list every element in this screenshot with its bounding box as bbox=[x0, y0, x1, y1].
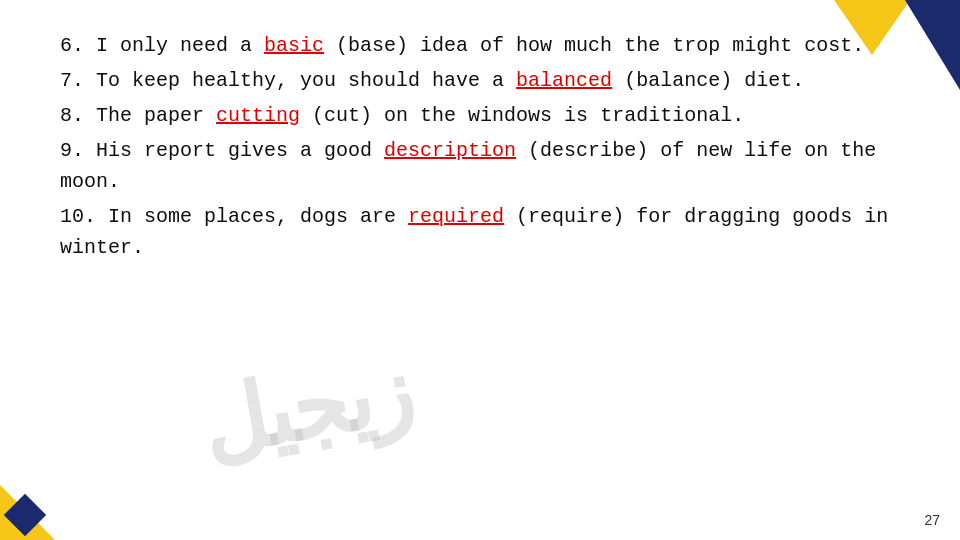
item-6-before: I only need a bbox=[96, 34, 264, 57]
item-6: 6. I only need a basic (base) idea of ho… bbox=[60, 30, 900, 61]
watermark: زیجیل bbox=[192, 337, 418, 477]
item-8-answer: cutting bbox=[216, 104, 300, 127]
item-9: 9. His report gives a good description (… bbox=[60, 135, 900, 197]
item-8-before: The paper bbox=[96, 104, 216, 127]
item-9-before: His report gives a good bbox=[96, 139, 384, 162]
content-area: 6. I only need a basic (base) idea of ho… bbox=[60, 30, 900, 267]
item-9-number: 9. bbox=[60, 139, 84, 162]
item-6-number: 6. bbox=[60, 34, 84, 57]
slide: زیجیل 6. I only need a basic (base) idea… bbox=[0, 0, 960, 540]
corner-navy-decoration bbox=[905, 0, 960, 90]
item-9-answer: description bbox=[384, 139, 516, 162]
page-number: 27 bbox=[924, 512, 940, 528]
item-7-number: 7. bbox=[60, 69, 84, 92]
item-6-after: (base) idea of how much the trop might c… bbox=[324, 34, 864, 57]
item-7-before: To keep healthy, you should have a bbox=[96, 69, 516, 92]
item-8-after: (cut) on the windows is traditional. bbox=[300, 104, 744, 127]
item-7-after: (balance) diet. bbox=[612, 69, 804, 92]
item-10-answer: required bbox=[408, 205, 504, 228]
item-10-number: 10. bbox=[60, 205, 96, 228]
item-7: 7. To keep healthy, you should have a ba… bbox=[60, 65, 900, 96]
item-10: 10. In some places, dogs are required (r… bbox=[60, 201, 900, 263]
item-10-before: In some places, dogs are bbox=[108, 205, 408, 228]
item-7-answer: balanced bbox=[516, 69, 612, 92]
item-6-answer: basic bbox=[264, 34, 324, 57]
item-8-number: 8. bbox=[60, 104, 84, 127]
item-8: 8. The paper cutting (cut) on the window… bbox=[60, 100, 900, 131]
